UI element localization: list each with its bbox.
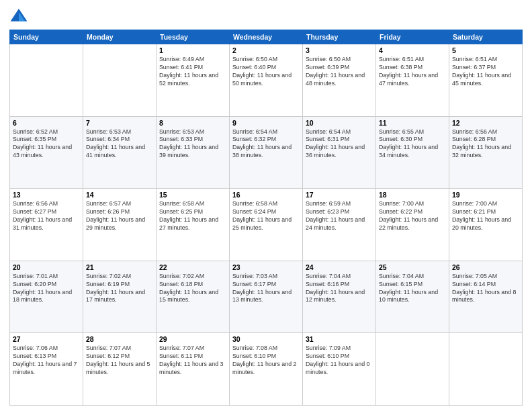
day-number: 17 xyxy=(306,191,373,199)
calendar-week-5: 27Sunrise: 7:06 AM Sunset: 6:13 PM Dayli… xyxy=(10,333,523,406)
day-info: Sunrise: 7:07 AM Sunset: 6:12 PM Dayligh… xyxy=(86,345,153,377)
day-number: 13 xyxy=(13,191,80,199)
day-header-thursday: Thursday xyxy=(303,30,376,44)
day-number: 14 xyxy=(86,191,153,199)
day-number: 18 xyxy=(379,191,446,199)
calendar-cell xyxy=(10,44,83,117)
calendar-cell: 28Sunrise: 7:07 AM Sunset: 6:12 PM Dayli… xyxy=(83,333,157,406)
calendar-cell: 2Sunrise: 6:50 AM Sunset: 6:40 PM Daylig… xyxy=(230,44,303,117)
calendar-header-row: SundayMondayTuesdayWednesdayThursdayFrid… xyxy=(10,30,523,44)
calendar-cell: 23Sunrise: 7:03 AM Sunset: 6:17 PM Dayli… xyxy=(230,261,303,333)
day-info: Sunrise: 6:50 AM Sunset: 6:39 PM Dayligh… xyxy=(306,56,373,88)
day-info: Sunrise: 7:00 AM Sunset: 6:21 PM Dayligh… xyxy=(452,200,519,232)
day-number: 24 xyxy=(306,263,373,271)
day-number: 8 xyxy=(159,119,226,127)
calendar-cell: 24Sunrise: 7:04 AM Sunset: 6:16 PM Dayli… xyxy=(303,261,376,333)
calendar-cell: 10Sunrise: 6:54 AM Sunset: 6:31 PM Dayli… xyxy=(303,116,376,189)
calendar-cell: 11Sunrise: 6:55 AM Sunset: 6:30 PM Dayli… xyxy=(376,116,449,189)
day-info: Sunrise: 7:09 AM Sunset: 6:10 PM Dayligh… xyxy=(306,345,373,377)
day-number: 10 xyxy=(306,119,373,127)
day-info: Sunrise: 6:53 AM Sunset: 6:33 PM Dayligh… xyxy=(159,128,226,161)
day-info: Sunrise: 7:05 AM Sunset: 6:14 PM Dayligh… xyxy=(452,273,519,305)
day-info: Sunrise: 6:56 AM Sunset: 6:28 PM Dayligh… xyxy=(452,128,519,161)
calendar-cell: 20Sunrise: 7:01 AM Sunset: 6:20 PM Dayli… xyxy=(10,261,83,333)
day-number: 21 xyxy=(86,263,153,271)
day-info: Sunrise: 6:53 AM Sunset: 6:34 PM Dayligh… xyxy=(86,128,153,161)
day-header-friday: Friday xyxy=(376,30,449,44)
day-number: 9 xyxy=(232,119,300,127)
calendar-cell: 6Sunrise: 6:52 AM Sunset: 6:35 PM Daylig… xyxy=(10,116,83,189)
day-info: Sunrise: 6:50 AM Sunset: 6:40 PM Dayligh… xyxy=(232,56,300,88)
day-number: 1 xyxy=(159,46,226,54)
day-info: Sunrise: 6:58 AM Sunset: 6:25 PM Dayligh… xyxy=(159,200,226,232)
day-number: 7 xyxy=(86,119,153,127)
calendar-cell: 17Sunrise: 6:59 AM Sunset: 6:23 PM Dayli… xyxy=(303,189,376,261)
calendar-cell: 25Sunrise: 7:04 AM Sunset: 6:15 PM Dayli… xyxy=(376,261,449,333)
calendar-cell xyxy=(376,333,449,406)
day-number: 26 xyxy=(452,263,519,271)
day-info: Sunrise: 7:02 AM Sunset: 6:19 PM Dayligh… xyxy=(86,273,153,305)
calendar-table: SundayMondayTuesdayWednesdayThursdayFrid… xyxy=(9,30,523,406)
day-info: Sunrise: 6:52 AM Sunset: 6:35 PM Dayligh… xyxy=(13,128,80,161)
day-number: 3 xyxy=(306,46,373,54)
calendar-cell: 3Sunrise: 6:50 AM Sunset: 6:39 PM Daylig… xyxy=(303,44,376,117)
calendar-cell: 31Sunrise: 7:09 AM Sunset: 6:10 PM Dayli… xyxy=(303,333,376,406)
calendar-week-1: 1Sunrise: 6:49 AM Sunset: 6:41 PM Daylig… xyxy=(10,44,523,117)
day-header-saturday: Saturday xyxy=(449,30,523,44)
day-number: 15 xyxy=(159,191,226,199)
day-number: 29 xyxy=(159,335,226,343)
day-number: 16 xyxy=(232,191,300,199)
day-header-sunday: Sunday xyxy=(10,30,83,44)
calendar-cell: 8Sunrise: 6:53 AM Sunset: 6:33 PM Daylig… xyxy=(157,116,230,189)
calendar-cell: 21Sunrise: 7:02 AM Sunset: 6:19 PM Dayli… xyxy=(83,261,157,333)
day-number: 28 xyxy=(86,335,153,343)
day-info: Sunrise: 6:51 AM Sunset: 6:38 PM Dayligh… xyxy=(379,56,446,88)
day-header-wednesday: Wednesday xyxy=(230,30,303,44)
day-number: 27 xyxy=(13,335,80,343)
day-number: 2 xyxy=(232,46,300,54)
day-info: Sunrise: 7:00 AM Sunset: 6:22 PM Dayligh… xyxy=(379,200,446,232)
calendar-cell: 16Sunrise: 6:58 AM Sunset: 6:24 PM Dayli… xyxy=(230,189,303,261)
day-number: 19 xyxy=(452,191,519,199)
day-number: 20 xyxy=(13,263,80,271)
calendar-cell: 4Sunrise: 6:51 AM Sunset: 6:38 PM Daylig… xyxy=(376,44,449,117)
page: SundayMondayTuesdayWednesdayThursdayFrid… xyxy=(0,0,532,411)
logo-icon xyxy=(9,7,28,26)
calendar-week-4: 20Sunrise: 7:01 AM Sunset: 6:20 PM Dayli… xyxy=(10,261,523,333)
day-info: Sunrise: 6:54 AM Sunset: 6:31 PM Dayligh… xyxy=(306,128,373,161)
day-info: Sunrise: 6:58 AM Sunset: 6:24 PM Dayligh… xyxy=(232,200,300,232)
day-number: 31 xyxy=(306,335,373,343)
calendar-cell: 18Sunrise: 7:00 AM Sunset: 6:22 PM Dayli… xyxy=(376,189,449,261)
day-info: Sunrise: 6:54 AM Sunset: 6:32 PM Dayligh… xyxy=(232,128,300,161)
day-number: 4 xyxy=(379,46,446,54)
calendar-cell: 5Sunrise: 6:51 AM Sunset: 6:37 PM Daylig… xyxy=(449,44,523,117)
day-info: Sunrise: 7:07 AM Sunset: 6:11 PM Dayligh… xyxy=(159,345,226,377)
calendar-cell: 15Sunrise: 6:58 AM Sunset: 6:25 PM Dayli… xyxy=(157,189,230,261)
day-info: Sunrise: 6:49 AM Sunset: 6:41 PM Dayligh… xyxy=(159,56,226,88)
calendar-cell xyxy=(83,44,157,117)
calendar-cell xyxy=(449,333,523,406)
day-info: Sunrise: 7:06 AM Sunset: 6:13 PM Dayligh… xyxy=(13,345,80,377)
day-number: 5 xyxy=(452,46,519,54)
day-number: 12 xyxy=(452,119,519,127)
calendar-cell: 29Sunrise: 7:07 AM Sunset: 6:11 PM Dayli… xyxy=(157,333,230,406)
day-number: 6 xyxy=(13,119,80,127)
calendar-week-3: 13Sunrise: 6:56 AM Sunset: 6:27 PM Dayli… xyxy=(10,189,523,261)
day-info: Sunrise: 7:01 AM Sunset: 6:20 PM Dayligh… xyxy=(13,273,80,305)
day-info: Sunrise: 7:04 AM Sunset: 6:16 PM Dayligh… xyxy=(306,273,373,305)
calendar-cell: 1Sunrise: 6:49 AM Sunset: 6:41 PM Daylig… xyxy=(157,44,230,117)
day-header-monday: Monday xyxy=(83,30,157,44)
calendar-cell: 9Sunrise: 6:54 AM Sunset: 6:32 PM Daylig… xyxy=(230,116,303,189)
day-info: Sunrise: 7:02 AM Sunset: 6:18 PM Dayligh… xyxy=(159,273,226,305)
day-info: Sunrise: 6:55 AM Sunset: 6:30 PM Dayligh… xyxy=(379,128,446,161)
calendar-cell: 19Sunrise: 7:00 AM Sunset: 6:21 PM Dayli… xyxy=(449,189,523,261)
day-number: 30 xyxy=(232,335,300,343)
day-info: Sunrise: 7:04 AM Sunset: 6:15 PM Dayligh… xyxy=(379,273,446,305)
day-info: Sunrise: 6:59 AM Sunset: 6:23 PM Dayligh… xyxy=(306,200,373,232)
day-info: Sunrise: 6:56 AM Sunset: 6:27 PM Dayligh… xyxy=(13,200,80,232)
logo xyxy=(9,7,31,26)
calendar-cell: 14Sunrise: 6:57 AM Sunset: 6:26 PM Dayli… xyxy=(83,189,157,261)
day-number: 11 xyxy=(379,119,446,127)
header xyxy=(9,7,523,26)
calendar-cell: 7Sunrise: 6:53 AM Sunset: 6:34 PM Daylig… xyxy=(83,116,157,189)
